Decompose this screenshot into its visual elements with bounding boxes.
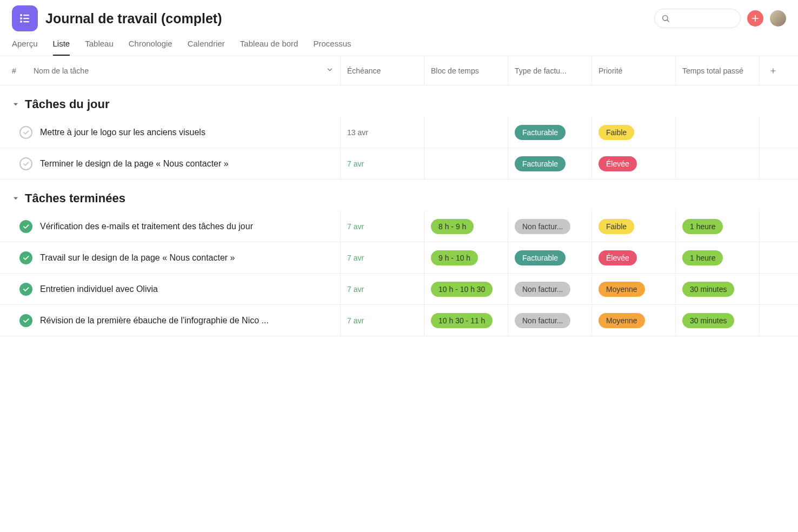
due-cell[interactable]: 7 avr	[340, 148, 424, 179]
tab-tableau[interactable]: Tableau	[85, 39, 114, 56]
add-column-button[interactable]	[759, 56, 786, 85]
svg-point-2	[20, 17, 22, 19]
due-cell[interactable]: 7 avr	[340, 305, 424, 336]
complete-checkbox[interactable]	[19, 220, 32, 233]
tab-liste[interactable]: Liste	[53, 39, 70, 56]
task-name[interactable]: Vérification des e-mails et traitement d…	[40, 222, 253, 231]
col-block[interactable]: Bloc de temps	[424, 56, 508, 85]
add-button[interactable]	[747, 10, 763, 26]
section-header[interactable]: Tâches du jour	[0, 85, 798, 117]
priority-cell[interactable]: Moyenne	[591, 274, 675, 304]
total-cell[interactable]: 30 minutes	[675, 274, 759, 304]
block-cell[interactable]: 10 h 30 - 11 h	[424, 305, 508, 336]
table-row[interactable]: Travail sur le design de la page « Nous …	[0, 242, 798, 274]
complete-checkbox[interactable]	[19, 251, 32, 264]
section-title: Tâches terminées	[25, 191, 125, 205]
pill: 10 h - 10 h 30	[431, 282, 493, 297]
avatar[interactable]	[770, 10, 786, 26]
pill: Non factur...	[515, 313, 570, 328]
priority-cell[interactable]: Élevée	[591, 148, 675, 179]
search-icon	[661, 14, 670, 23]
pill: Moyenne	[598, 313, 645, 328]
svg-point-0	[20, 14, 22, 16]
pill: 10 h 30 - 11 h	[431, 313, 493, 328]
total-cell[interactable]: 1 heure	[675, 211, 759, 242]
table-row[interactable]: Mettre à jour le logo sur les anciens vi…	[0, 117, 798, 148]
billing-cell[interactable]: Facturable	[508, 117, 591, 148]
pill: Facturable	[515, 125, 566, 140]
task-name[interactable]: Entretien individuel avec Olivia	[40, 284, 158, 294]
table-row[interactable]: Entretien individuel avec Olivia7 avr10 …	[0, 274, 798, 305]
total-cell[interactable]	[675, 148, 759, 179]
chevron-down-icon[interactable]	[326, 66, 334, 75]
total-cell[interactable]: 30 minutes	[675, 305, 759, 336]
svg-point-4	[20, 21, 22, 23]
tab-tableau-de-bord[interactable]: Tableau de bord	[240, 39, 298, 56]
triangle-down-icon[interactable]	[12, 101, 19, 108]
total-cell[interactable]: 1 heure	[675, 242, 759, 273]
due-cell[interactable]: 7 avr	[340, 242, 424, 273]
priority-cell[interactable]: Élevée	[591, 242, 675, 273]
priority-cell[interactable]: Moyenne	[591, 305, 675, 336]
billing-cell[interactable]: Non factur...	[508, 211, 591, 242]
pill: 1 heure	[682, 250, 723, 265]
block-cell[interactable]: 9 h - 10 h	[424, 242, 508, 273]
tab-processus[interactable]: Processus	[313, 39, 351, 56]
section-header[interactable]: Tâches terminées	[0, 179, 798, 211]
complete-checkbox[interactable]	[19, 314, 32, 327]
svg-rect-3	[23, 18, 29, 19]
complete-checkbox[interactable]	[19, 126, 32, 139]
col-total[interactable]: Temps total passé	[675, 56, 759, 85]
project-icon[interactable]	[12, 5, 38, 31]
column-headers: # Nom de la tâche Échéance Bloc de temps…	[0, 56, 798, 85]
block-cell[interactable]	[424, 148, 508, 179]
triangle-down-icon[interactable]	[12, 195, 19, 202]
table-row[interactable]: Révision de la première ébauche de l'inf…	[0, 305, 798, 336]
billing-cell[interactable]: Non factur...	[508, 305, 591, 336]
table-row[interactable]: Vérification des e-mails et traitement d…	[0, 211, 798, 242]
svg-line-7	[667, 20, 669, 22]
pill: Moyenne	[598, 282, 645, 297]
pill: Facturable	[515, 250, 566, 265]
section-title: Tâches du jour	[25, 97, 109, 111]
due-cell[interactable]: 7 avr	[340, 274, 424, 304]
col-priority[interactable]: Priorité	[591, 56, 675, 85]
pill: Faible	[598, 125, 634, 140]
block-cell[interactable]	[424, 117, 508, 148]
col-billing[interactable]: Type de factu...	[508, 56, 591, 85]
block-cell[interactable]: 10 h - 10 h 30	[424, 274, 508, 304]
due-cell[interactable]: 7 avr	[340, 211, 424, 242]
billing-cell[interactable]: Facturable	[508, 148, 591, 179]
col-due[interactable]: Échéance	[340, 56, 424, 85]
pill: 1 heure	[682, 219, 723, 234]
total-cell[interactable]	[675, 117, 759, 148]
tab-chronologie[interactable]: Chronologie	[129, 39, 172, 56]
task-name[interactable]: Mettre à jour le logo sur les anciens vi…	[40, 128, 205, 137]
billing-cell[interactable]: Facturable	[508, 242, 591, 273]
pill: 8 h - 9 h	[431, 219, 474, 234]
tab-aperçu[interactable]: Aperçu	[12, 39, 38, 56]
priority-cell[interactable]: Faible	[591, 211, 675, 242]
svg-rect-1	[23, 15, 29, 16]
list-icon	[18, 12, 31, 25]
complete-checkbox[interactable]	[19, 157, 32, 170]
task-name[interactable]: Révision de la première ébauche de l'inf…	[40, 316, 269, 325]
block-cell[interactable]: 8 h - 9 h	[424, 211, 508, 242]
svg-rect-5	[23, 21, 29, 22]
pill: 30 minutes	[682, 282, 734, 297]
due-cell[interactable]: 13 avr	[340, 117, 424, 148]
table-row[interactable]: Terminer le design de la page « Nous con…	[0, 148, 798, 179]
task-name[interactable]: Travail sur le design de la page « Nous …	[40, 253, 235, 263]
priority-cell[interactable]: Faible	[591, 117, 675, 148]
pill: Faible	[598, 219, 634, 234]
pill: Non factur...	[515, 219, 570, 234]
task-name[interactable]: Terminer le design de la page « Nous con…	[40, 159, 229, 169]
col-num[interactable]: #	[12, 56, 34, 85]
pill: 30 minutes	[682, 313, 734, 328]
billing-cell[interactable]: Non factur...	[508, 274, 591, 304]
plus-icon	[751, 14, 760, 23]
tab-calendrier[interactable]: Calendrier	[188, 39, 225, 56]
col-name[interactable]: Nom de la tâche	[34, 56, 340, 85]
complete-checkbox[interactable]	[19, 283, 32, 296]
search-input[interactable]	[654, 9, 741, 28]
